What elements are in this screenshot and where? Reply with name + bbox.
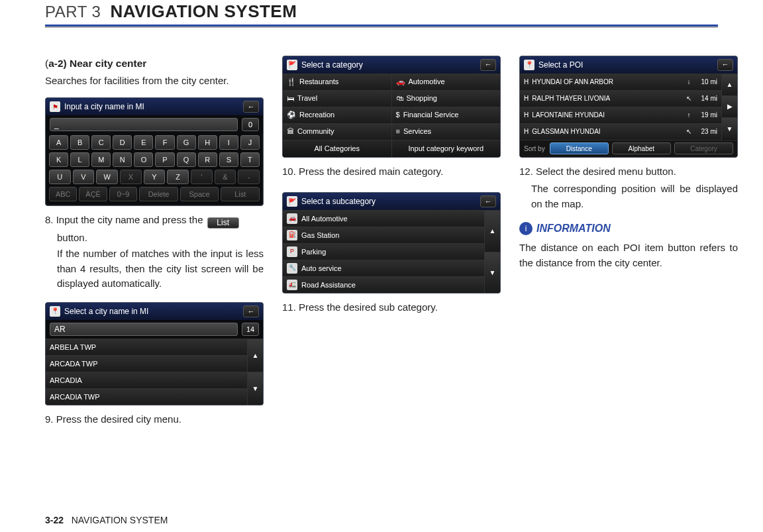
key[interactable]: T [240, 152, 260, 167]
parking-icon: P [287, 246, 297, 257]
list-item[interactable]: PParking [283, 243, 484, 260]
scroll-down-icon[interactable]: ▼ [248, 372, 263, 405]
list-item[interactable]: 🚗All Automotive [283, 210, 484, 227]
hyundai-icon: H [524, 93, 529, 103]
key[interactable]: E [134, 135, 153, 150]
screen-title-bar: 🚩 Select a subcategory ← [283, 193, 500, 210]
category-cell[interactable]: ⚽Recreation [283, 107, 392, 123]
step-9: 9. Press the desired city menu. [45, 412, 264, 427]
category-cell[interactable]: 🏛Community [283, 124, 392, 140]
all-categories-button[interactable]: All Categories [283, 140, 392, 157]
key[interactable]: V [73, 170, 95, 184]
key[interactable]: R [198, 152, 217, 167]
hyundai-icon: H [524, 127, 529, 136]
back-button[interactable]: ← [243, 305, 259, 317]
list-item[interactable]: ARCADIA TWP [46, 388, 247, 405]
information-heading: i INFORMATION [519, 221, 738, 237]
list-button-inline: List [207, 217, 239, 229]
poi-item[interactable]: H GLASSMAN HYUNDAI ↖ 23 mi [520, 123, 721, 140]
part-title: NAVIGATION SYSTEM [110, 1, 297, 22]
list-item[interactable]: 🚛Road Assistance [283, 276, 484, 293]
bed-icon: 🛏 [287, 93, 294, 104]
key[interactable]: I [219, 135, 238, 150]
category-cell[interactable]: ≡Services [392, 124, 501, 140]
back-button[interactable]: ← [480, 195, 496, 207]
poi-name: RALPH THAYER LIVONIA [532, 93, 682, 103]
key-delete[interactable]: Delete [139, 187, 178, 201]
back-button[interactable]: ← [717, 59, 733, 71]
back-button[interactable]: ← [243, 101, 259, 113]
key[interactable]: K [49, 152, 68, 167]
key[interactable]: F [155, 135, 174, 150]
list-item[interactable]: ARCADA TWP [46, 355, 247, 372]
scroll-down-icon[interactable]: ▼ [722, 117, 737, 139]
category-cell[interactable]: 🍴Restaurants [283, 74, 392, 90]
list-item[interactable]: ARBELA TWP [46, 339, 247, 355]
sort-category-button[interactable]: Category [674, 142, 733, 154]
flag-icon: 🚩 [287, 60, 297, 70]
scroll-down-icon[interactable]: ▼ [485, 252, 500, 293]
keyboard-bottom-row: ABC ÀÇÈ 0~9 Delete Space List [46, 186, 263, 205]
scroll-up-icon[interactable]: ▲ [485, 210, 500, 252]
poi-item[interactable]: H HYUNDAI OF ANN ARBOR ↓ 10 mi [520, 74, 721, 90]
step-8-text-a: 8. Input the city name and press the [45, 214, 206, 225]
category-row: ⚽Recreation $Financial Service [283, 107, 500, 123]
key-list[interactable]: List [221, 187, 260, 201]
key[interactable]: D [113, 135, 132, 150]
key-mode-accent[interactable]: ÀÇÈ [79, 187, 107, 201]
key[interactable]: A [49, 135, 68, 150]
screen-title: Select a category [301, 59, 363, 71]
city-input[interactable]: _ [50, 118, 238, 131]
poi-item[interactable]: H LAFONTAINE HYUNDAI ↑ 19 mi [520, 107, 721, 123]
key[interactable]: N [113, 152, 132, 167]
key[interactable]: P [155, 152, 174, 167]
category-cell[interactable]: 🚗Automotive [392, 74, 501, 90]
category-cell[interactable]: 🛏Travel [283, 91, 392, 107]
key[interactable]: Y [144, 170, 166, 184]
list-item[interactable]: 🔧Auto service [283, 260, 484, 276]
bank-icon: $ [396, 109, 400, 121]
sort-distance-button[interactable]: Distance [550, 142, 609, 154]
poi-item[interactable]: H RALPH THAYER LIVONIA ↖ 14 mi [520, 90, 721, 107]
scroll-up-icon[interactable]: ▲ [248, 339, 263, 372]
key[interactable]: U [49, 170, 71, 184]
category-cell[interactable]: 🛍Shopping [392, 91, 501, 107]
scroll-right-icon[interactable]: ▶ [722, 95, 737, 117]
recreation-icon: ⚽ [287, 109, 296, 121]
subcategory-list: 🚗All Automotive ⛽Gas Station PParking 🔧A… [283, 210, 500, 293]
scrollbar: ▲ ▼ [484, 210, 500, 293]
input-keyword-button[interactable]: Input category keyword [392, 140, 501, 157]
key[interactable]: B [70, 135, 89, 150]
list-item[interactable]: ARCADIA [46, 372, 247, 388]
category-cell[interactable]: $Financial Service [392, 107, 501, 123]
key-mode-numeric[interactable]: 0~9 [109, 187, 137, 201]
bag-icon: 🛍 [396, 93, 403, 104]
sort-alphabet-button[interactable]: Alphabet [612, 142, 671, 154]
column-1: (a-2) Near city center Searches for faci… [45, 56, 264, 427]
list-item[interactable]: ⛽Gas Station [283, 227, 484, 243]
key[interactable]: H [198, 135, 217, 150]
city-input[interactable]: AR [50, 323, 238, 336]
key-space[interactable]: Space [180, 187, 219, 201]
key[interactable]: M [91, 152, 111, 167]
key-mode-abc[interactable]: ABC [49, 187, 77, 201]
key[interactable]: Q [177, 152, 196, 167]
key[interactable]: S [219, 152, 238, 167]
column-3: 📍 Select a POI ← H HYUNDAI OF ANN ARBOR … [519, 56, 738, 427]
key[interactable]: C [91, 135, 111, 150]
key[interactable]: L [70, 152, 89, 167]
key[interactable]: G [177, 135, 196, 150]
key[interactable]: Z [167, 170, 189, 184]
keyboard-row-1: A B C D E F G H I J [46, 134, 263, 151]
step-12-note: The corresponding position will be dis­p… [519, 182, 738, 211]
key[interactable]: J [240, 135, 260, 150]
key[interactable]: O [134, 152, 153, 167]
scroll-up-icon[interactable]: ▲ [722, 74, 737, 95]
key[interactable]: W [96, 170, 118, 184]
key-disabled: X [120, 170, 142, 184]
tow-icon: 🚛 [287, 280, 297, 290]
keyboard-row-3: U V W X Y Z ' & - [46, 168, 263, 186]
pin-icon: 📍 [50, 306, 60, 317]
back-button[interactable]: ← [480, 59, 496, 71]
page-header: PART 3 NAVIGATION SYSTEM [45, 0, 718, 22]
